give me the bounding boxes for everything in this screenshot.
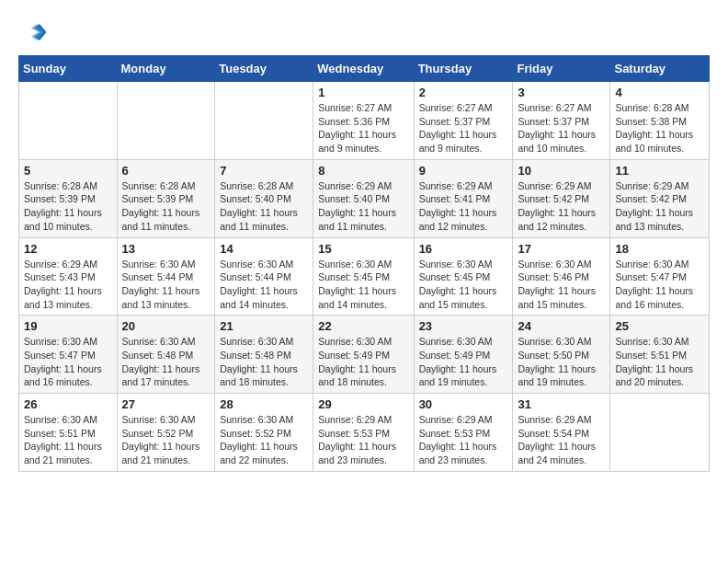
day-detail: Sunrise: 6:28 AM Sunset: 5:39 PM Dayligh… (24, 179, 112, 234)
day-detail: Sunrise: 6:29 AM Sunset: 5:43 PM Dayligh… (24, 258, 112, 312)
calendar-cell: 31Sunrise: 6:29 AM Sunset: 5:54 PM Dayli… (513, 394, 610, 472)
calendar-cell: 25Sunrise: 6:30 AM Sunset: 5:51 PM Dayli… (610, 316, 710, 394)
calendar-cell: 27Sunrise: 6:30 AM Sunset: 5:52 PM Dayli… (117, 394, 215, 472)
day-detail: Sunrise: 6:28 AM Sunset: 5:39 PM Dayligh… (122, 179, 210, 234)
calendar-cell: 16Sunrise: 6:30 AM Sunset: 5:45 PM Dayli… (414, 237, 513, 316)
calendar-cell: 14Sunrise: 6:30 AM Sunset: 5:44 PM Dayli… (215, 237, 313, 316)
day-number: 1 (318, 86, 408, 99)
calendar-week-3: 12Sunrise: 6:29 AM Sunset: 5:43 PM Dayli… (19, 237, 710, 316)
weekday-header-saturday: Saturday (610, 56, 710, 82)
weekday-header-monday: Monday (117, 56, 215, 82)
calendar-header-row: SundayMondayTuesdayWednesdayThursdayFrid… (19, 56, 710, 82)
day-number: 16 (419, 242, 508, 256)
day-number: 4 (615, 86, 704, 99)
day-number: 21 (220, 319, 308, 333)
day-number: 29 (318, 397, 408, 411)
calendar-cell (215, 82, 313, 160)
day-detail: Sunrise: 6:30 AM Sunset: 5:44 PM Dayligh… (220, 258, 308, 312)
day-detail: Sunrise: 6:30 AM Sunset: 5:52 PM Dayligh… (220, 413, 308, 467)
calendar-cell (117, 82, 215, 160)
calendar-cell: 2Sunrise: 6:27 AM Sunset: 5:37 PM Daylig… (414, 82, 513, 160)
day-number: 13 (122, 242, 210, 256)
day-number: 18 (615, 242, 704, 256)
day-detail: Sunrise: 6:30 AM Sunset: 5:51 PM Dayligh… (615, 335, 704, 389)
day-detail: Sunrise: 6:30 AM Sunset: 5:44 PM Dayligh… (122, 258, 210, 312)
calendar-cell: 6Sunrise: 6:28 AM Sunset: 5:39 PM Daylig… (117, 159, 215, 237)
day-number: 14 (220, 242, 308, 256)
day-detail: Sunrise: 6:29 AM Sunset: 5:53 PM Dayligh… (318, 413, 408, 467)
day-number: 22 (318, 319, 408, 333)
day-number: 9 (419, 164, 508, 178)
day-number: 7 (220, 164, 308, 178)
day-detail: Sunrise: 6:29 AM Sunset: 5:41 PM Dayligh… (419, 179, 508, 234)
day-number: 20 (122, 319, 210, 333)
calendar-cell: 24Sunrise: 6:30 AM Sunset: 5:50 PM Dayli… (513, 316, 610, 394)
calendar-cell: 12Sunrise: 6:29 AM Sunset: 5:43 PM Dayli… (19, 237, 118, 316)
weekday-header-sunday: Sunday (19, 56, 118, 82)
calendar-cell (19, 82, 118, 160)
calendar-cell: 26Sunrise: 6:30 AM Sunset: 5:51 PM Dayli… (19, 394, 118, 472)
svg-marker-1 (31, 24, 44, 40)
weekday-header-friday: Friday (513, 56, 610, 82)
day-detail: Sunrise: 6:27 AM Sunset: 5:37 PM Dayligh… (419, 101, 508, 155)
day-detail: Sunrise: 6:30 AM Sunset: 5:45 PM Dayligh… (318, 258, 408, 312)
day-number: 25 (615, 319, 704, 333)
weekday-header-thursday: Thursday (414, 56, 513, 82)
day-detail: Sunrise: 6:30 AM Sunset: 5:48 PM Dayligh… (122, 335, 210, 389)
calendar-cell: 30Sunrise: 6:29 AM Sunset: 5:53 PM Dayli… (414, 394, 513, 472)
calendar-cell: 18Sunrise: 6:30 AM Sunset: 5:47 PM Dayli… (610, 237, 710, 316)
day-detail: Sunrise: 6:29 AM Sunset: 5:53 PM Dayligh… (419, 413, 508, 467)
day-number: 5 (24, 164, 112, 178)
weekday-header-wednesday: Wednesday (313, 56, 414, 82)
day-detail: Sunrise: 6:27 AM Sunset: 5:36 PM Dayligh… (318, 101, 408, 155)
day-number: 6 (122, 164, 210, 178)
calendar-cell: 23Sunrise: 6:30 AM Sunset: 5:49 PM Dayli… (414, 316, 513, 394)
calendar-cell: 21Sunrise: 6:30 AM Sunset: 5:48 PM Dayli… (215, 316, 313, 394)
calendar-cell: 15Sunrise: 6:30 AM Sunset: 5:45 PM Dayli… (313, 237, 414, 316)
calendar-week-1: 1Sunrise: 6:27 AM Sunset: 5:36 PM Daylig… (19, 82, 710, 160)
calendar-cell: 28Sunrise: 6:30 AM Sunset: 5:52 PM Dayli… (215, 394, 313, 472)
day-number: 2 (419, 86, 508, 99)
calendar-cell: 19Sunrise: 6:30 AM Sunset: 5:47 PM Dayli… (19, 316, 118, 394)
calendar-week-4: 19Sunrise: 6:30 AM Sunset: 5:47 PM Dayli… (19, 316, 710, 394)
calendar-cell: 20Sunrise: 6:30 AM Sunset: 5:48 PM Dayli… (117, 316, 215, 394)
day-detail: Sunrise: 6:30 AM Sunset: 5:47 PM Dayligh… (615, 258, 704, 312)
day-number: 31 (518, 397, 605, 411)
day-detail: Sunrise: 6:29 AM Sunset: 5:40 PM Dayligh… (318, 179, 408, 234)
calendar-cell: 10Sunrise: 6:29 AM Sunset: 5:42 PM Dayli… (513, 159, 610, 237)
day-number: 28 (220, 397, 308, 411)
calendar-cell: 3Sunrise: 6:27 AM Sunset: 5:37 PM Daylig… (513, 82, 610, 160)
day-number: 27 (122, 397, 210, 411)
day-number: 23 (419, 319, 508, 333)
page-header (18, 18, 710, 46)
day-number: 11 (615, 164, 704, 178)
day-detail: Sunrise: 6:30 AM Sunset: 5:49 PM Dayligh… (419, 335, 508, 389)
calendar-cell: 29Sunrise: 6:29 AM Sunset: 5:53 PM Dayli… (313, 394, 414, 472)
day-detail: Sunrise: 6:30 AM Sunset: 5:51 PM Dayligh… (24, 413, 112, 467)
day-detail: Sunrise: 6:30 AM Sunset: 5:46 PM Dayligh… (518, 258, 605, 312)
calendar-cell: 22Sunrise: 6:30 AM Sunset: 5:49 PM Dayli… (313, 316, 414, 394)
day-number: 8 (318, 164, 408, 178)
day-number: 19 (24, 319, 112, 333)
calendar-cell: 5Sunrise: 6:28 AM Sunset: 5:39 PM Daylig… (19, 159, 118, 237)
calendar-table: SundayMondayTuesdayWednesdayThursdayFrid… (18, 55, 710, 472)
day-detail: Sunrise: 6:30 AM Sunset: 5:50 PM Dayligh… (518, 335, 605, 389)
day-detail: Sunrise: 6:29 AM Sunset: 5:42 PM Dayligh… (615, 179, 704, 234)
calendar-cell: 11Sunrise: 6:29 AM Sunset: 5:42 PM Dayli… (610, 159, 710, 237)
calendar-cell: 17Sunrise: 6:30 AM Sunset: 5:46 PM Dayli… (513, 237, 610, 316)
day-detail: Sunrise: 6:28 AM Sunset: 5:38 PM Dayligh… (615, 101, 704, 155)
logo-icon (20, 18, 48, 46)
logo (18, 18, 48, 46)
calendar-cell: 13Sunrise: 6:30 AM Sunset: 5:44 PM Dayli… (117, 237, 215, 316)
day-number: 30 (419, 397, 508, 411)
day-detail: Sunrise: 6:29 AM Sunset: 5:54 PM Dayligh… (518, 413, 605, 467)
day-number: 12 (24, 242, 112, 256)
day-number: 3 (518, 86, 605, 99)
calendar-week-5: 26Sunrise: 6:30 AM Sunset: 5:51 PM Dayli… (19, 394, 710, 472)
day-detail: Sunrise: 6:30 AM Sunset: 5:52 PM Dayligh… (122, 413, 210, 467)
day-number: 24 (518, 319, 605, 333)
day-detail: Sunrise: 6:28 AM Sunset: 5:40 PM Dayligh… (220, 179, 308, 234)
day-number: 10 (518, 164, 605, 178)
day-detail: Sunrise: 6:29 AM Sunset: 5:42 PM Dayligh… (518, 179, 605, 234)
calendar-cell: 9Sunrise: 6:29 AM Sunset: 5:41 PM Daylig… (414, 159, 513, 237)
